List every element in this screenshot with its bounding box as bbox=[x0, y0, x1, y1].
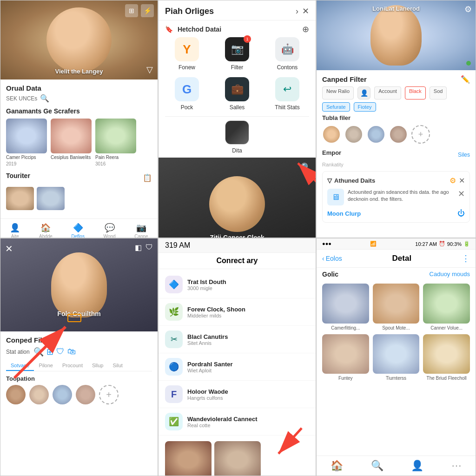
tr-add-avatar[interactable]: + bbox=[411, 125, 430, 144]
tm-last-item[interactable]: Dita bbox=[159, 120, 316, 154]
tm-app-pock[interactable]: G Pock bbox=[165, 77, 209, 111]
tl-icon-btn-1[interactable]: ⊞ bbox=[125, 4, 138, 17]
bm-item-3[interactable]: 🔵 Pordrahl Santer Wiet Aploit bbox=[159, 353, 316, 381]
tr-section2-row: Empor Siles bbox=[322, 149, 470, 160]
bl-tab-procount[interactable]: Procount bbox=[58, 361, 87, 371]
bl-tab-sllup[interactable]: Sllup bbox=[87, 361, 108, 371]
tm-app-thiit[interactable]: ↩ Thiit Stats bbox=[265, 77, 309, 111]
tr-siles-link[interactable]: Siles bbox=[458, 152, 470, 158]
tm-thiit-label: Thiit Stats bbox=[275, 104, 299, 111]
br-more-icon[interactable]: ⋮ bbox=[462, 253, 470, 264]
tm-add-icon[interactable]: ⊕ bbox=[302, 24, 309, 34]
br-nav-home-icon[interactable]: 🏠 bbox=[331, 460, 343, 472]
tl-sm-2[interactable] bbox=[37, 187, 65, 210]
tm-app-fonew[interactable]: Y Fonew bbox=[165, 37, 209, 71]
bl-shield-icon[interactable]: 🛡 bbox=[56, 347, 65, 357]
br-grid-1[interactable]: Spout Mote... bbox=[373, 284, 420, 331]
tl-filter-button[interactable]: ▽ bbox=[146, 65, 153, 75]
tm-close-icon[interactable]: ✕ bbox=[302, 6, 309, 16]
bl-tab-pilone[interactable]: Pilone bbox=[34, 361, 58, 371]
tr-attuned-footer: Moon Clurp ⏻ bbox=[327, 209, 465, 218]
tr-tab-sefurate[interactable]: Sefurate bbox=[322, 102, 350, 112]
tl-search-icon[interactable]: 🔍 bbox=[40, 94, 49, 103]
tr-attuned-dismiss-icon[interactable]: ✕ bbox=[458, 189, 465, 199]
tr-edit-icon[interactable]: ✏️ bbox=[461, 75, 470, 84]
tl-nav-canne[interactable]: 📷 Canne bbox=[134, 223, 148, 238]
br-grid-3[interactable]: Funtey bbox=[322, 334, 369, 381]
br-wifi-icon: 📶 bbox=[370, 241, 377, 247]
bl-av-4[interactable] bbox=[76, 385, 95, 404]
tl-section2-icon[interactable]: 📋 bbox=[143, 173, 152, 182]
tr-tab-fiotey[interactable]: Fiotey bbox=[354, 102, 376, 112]
tr-tab-sod[interactable]: Sod bbox=[430, 86, 447, 99]
bl-search-icon[interactable]: 🔍 bbox=[33, 347, 44, 357]
tl-nav-deflos[interactable]: 🔷 Deflos bbox=[72, 223, 85, 238]
tl-photo-1[interactable]: Camer Piccips 2019 bbox=[6, 119, 47, 166]
bl-grid-icon[interactable]: ⊞ bbox=[46, 347, 53, 357]
bm-item-0[interactable]: 🔷 Trat Ist Douth 3000 migle bbox=[159, 271, 316, 298]
bl-icon-1[interactable]: ◧ bbox=[135, 243, 142, 252]
tl-nav-wond[interactable]: 💬 Wond bbox=[104, 223, 116, 238]
br-grid: Camerfitting... Spout Mote... Canner Vol… bbox=[317, 281, 476, 383]
tm-app-salles[interactable]: 💼 Salles bbox=[215, 77, 259, 111]
br-dots: ●●● bbox=[322, 241, 331, 247]
tr-tab-sep: 👤 bbox=[357, 86, 370, 99]
bl-av-1[interactable] bbox=[6, 385, 26, 404]
tm-app-grid: Y Fonew 📷 1 Filter 🤖 Contons G Pock 💼 bbox=[159, 37, 316, 116]
tm-chevron-right-icon[interactable]: › bbox=[296, 7, 298, 16]
tl-icon-btn-2[interactable]: ⚡ bbox=[141, 4, 154, 17]
bl-add-avatar[interactable]: + bbox=[99, 385, 119, 404]
br-cad-link[interactable]: Caduoy mouds bbox=[430, 271, 470, 278]
tr-power-icon[interactable]: ⏻ bbox=[457, 209, 465, 218]
tl-small-thumbs bbox=[6, 187, 152, 210]
bm-item-2[interactable]: ✂ Blacl Canutirs Sitet Annis bbox=[159, 326, 316, 353]
br-battery-icon: 🔋 bbox=[463, 241, 470, 247]
bl-bag-icon[interactable]: 🛍 bbox=[67, 347, 76, 357]
tm-app-filter[interactable]: 📷 1 Filter bbox=[215, 37, 259, 71]
tr-avatar-3[interactable] bbox=[367, 125, 385, 144]
tm-app-contons[interactable]: 🤖 Contons bbox=[265, 37, 309, 71]
tr-attuned-text: Actounited grain sdeanced this data. the… bbox=[348, 189, 454, 203]
tl-photo-2[interactable]: Cesiplus Baniwelits bbox=[51, 119, 92, 166]
bl-av-2[interactable] bbox=[29, 385, 49, 404]
tr-avatar-2[interactable] bbox=[344, 125, 363, 144]
bm-item-sub-2: Sitet Annis bbox=[187, 340, 309, 346]
tr-avatar-4[interactable] bbox=[389, 125, 408, 144]
bm-photo-1[interactable] bbox=[165, 441, 212, 476]
br-label-4: Tiurnterss bbox=[373, 376, 420, 381]
br-nav-more-icon[interactable]: ⋯ bbox=[451, 460, 462, 472]
bm-header: Conrect ary bbox=[159, 253, 316, 269]
bl-icon-2[interactable]: 🛡 bbox=[145, 243, 153, 252]
tr-avatar-1[interactable] bbox=[322, 125, 341, 144]
tm-video-search-icon[interactable]: 🔍 bbox=[301, 162, 311, 172]
tr-attuned-btn[interactable]: Moon Clurp bbox=[327, 210, 361, 217]
bm-item-5[interactable]: ✅ Wandeviolerald Cannect Real cotte bbox=[159, 408, 316, 436]
tl-nav-aite[interactable]: 👤 Aite bbox=[10, 223, 20, 238]
bl-av-3[interactable] bbox=[53, 385, 72, 404]
tr-settings-icon[interactable]: ⚙ bbox=[464, 4, 472, 14]
br-grid-4[interactable]: Tiurnterss bbox=[373, 334, 420, 381]
bl-tab-silut[interactable]: Silut bbox=[108, 361, 127, 371]
tl-sm-1[interactable] bbox=[6, 187, 34, 210]
br-grid-2[interactable]: Canner Volue... bbox=[423, 284, 470, 331]
bm-item-name-5: Wandeviolerald Cannect bbox=[187, 416, 309, 423]
bl-close-icon[interactable]: ✕ bbox=[5, 243, 13, 254]
tr-attuned-title: ▽ Athuned Daits bbox=[327, 177, 375, 184]
tl-photo-3[interactable]: Pain Reera 3016 bbox=[95, 119, 136, 166]
tr-tab-black[interactable]: Black bbox=[405, 86, 426, 99]
br-grid-5[interactable]: The Briud Fleecholl bbox=[423, 334, 470, 381]
bm-item-1[interactable]: 🌿 Forew Clock, Shoon Middelier milds bbox=[159, 298, 316, 326]
bl-tab-sotvage[interactable]: Sotvage bbox=[6, 361, 34, 371]
tl-nav-abdde[interactable]: 🏠 Abdde bbox=[39, 223, 53, 238]
tr-attuned-close-icon[interactable]: ✕ bbox=[459, 176, 465, 185]
br-grid-0[interactable]: Camerfitting... bbox=[322, 284, 369, 331]
br-nav-profile-icon[interactable]: 👤 bbox=[411, 460, 423, 472]
br-back-btn[interactable]: ‹ Eolos bbox=[322, 255, 342, 262]
br-nav-search-icon[interactable]: 🔍 bbox=[371, 460, 383, 472]
bm-photo-2[interactable] bbox=[214, 441, 261, 476]
tm-filter-label: Filter bbox=[231, 64, 244, 71]
tr-tab-account[interactable]: Account bbox=[374, 86, 401, 99]
tr-tab-newralio[interactable]: New Ralio bbox=[322, 86, 354, 99]
bm-item-4[interactable]: F Holoor Waode Hangrts culfons bbox=[159, 381, 316, 408]
tr-attuned-orange-icon[interactable]: ⚙ bbox=[450, 176, 456, 185]
